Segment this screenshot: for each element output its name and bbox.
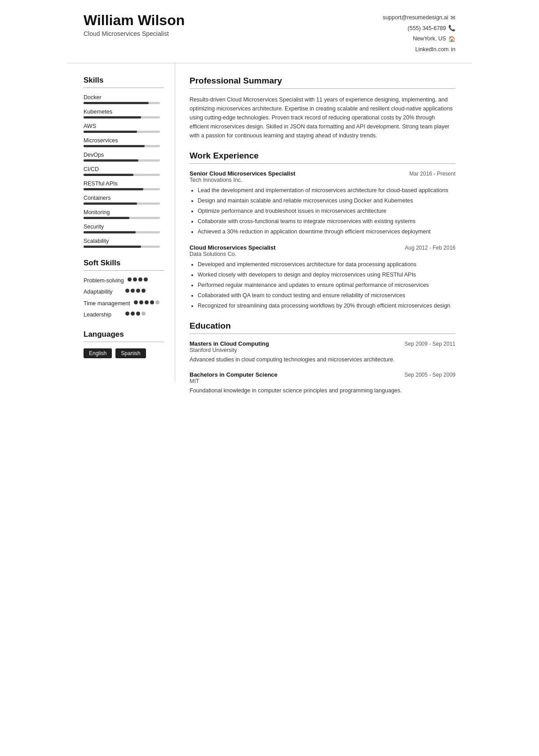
job-item: Cloud Microservices Specialist Aug 2012 … [190, 244, 455, 310]
skills-section-title: Skills [84, 76, 164, 85]
language-tag: English [84, 348, 112, 358]
contact-email: support@resumedesign.ai [383, 13, 448, 23]
education-section: Education Masters in Cloud Computing Sep… [190, 321, 455, 395]
edu-header: Bachelors in Computer Science Sep 2005 -… [190, 371, 455, 378]
dots [125, 312, 146, 316]
skill-name: Containers [84, 195, 164, 201]
skill-bar-bg [84, 174, 160, 176]
dot [155, 300, 159, 304]
skill-name: DevOps [84, 152, 164, 158]
skill-bar-fill [84, 159, 138, 162]
job-bullet: Recognized for streamlining data process… [198, 301, 455, 310]
skill-item: Security [84, 224, 164, 233]
education-item: Bachelors in Computer Science Sep 2005 -… [190, 371, 455, 395]
skill-bar-bg [84, 102, 160, 104]
skill-name: Kubernetes [84, 109, 164, 115]
dot [136, 289, 140, 293]
skill-bar-bg [84, 188, 160, 190]
languages-section-title: Languages [84, 330, 164, 339]
soft-skills-section-title: Soft Skills [84, 259, 164, 268]
email-icon: ✉ [451, 13, 455, 23]
dot [141, 312, 146, 316]
dot [131, 289, 135, 293]
skill-item: Docker [84, 94, 164, 104]
skill-name: Security [84, 224, 164, 230]
skill-bar-bg [84, 246, 160, 248]
skill-bar-fill [84, 145, 145, 147]
job-bullet: Worked closely with developers to design… [198, 270, 455, 279]
skill-bar-bg [84, 116, 160, 119]
skill-bar-fill [84, 202, 137, 205]
skill-name: CI/CD [84, 166, 164, 172]
soft-skills-divider [84, 270, 164, 271]
work-experience-section: Work Experience Senior Cloud Microservic… [190, 151, 455, 310]
skill-bar-bg [84, 159, 160, 162]
contact-location-line: NewYork, US 🏠 [383, 34, 455, 44]
skill-item: DevOps [84, 152, 164, 162]
skill-bar-fill [84, 231, 136, 233]
edu-description: Foundational knowledge in computer scien… [190, 386, 455, 395]
dot [139, 300, 143, 304]
skill-item: AWS [84, 123, 164, 133]
skill-bar-fill [84, 217, 129, 219]
skill-name: RESTful APIs [84, 180, 164, 187]
contact-linkedin-line: LinkedIn.com in [383, 44, 455, 54]
summary-text: Results-driven Cloud Microservices Speci… [190, 95, 455, 140]
edu-degree: Bachelors in Computer Science [190, 371, 278, 378]
job-title: Senior Cloud Microservices Specialist [190, 170, 296, 177]
skill-name: Docker [84, 94, 164, 101]
dot [134, 300, 138, 304]
edu-description: Advanced studies in cloud computing tech… [190, 355, 455, 364]
job-bullet: Performed regular maintenance and update… [198, 281, 455, 290]
dot [144, 277, 148, 281]
skill-item: Kubernetes [84, 109, 164, 119]
skill-name: Scalability [84, 238, 164, 244]
skill-name: Microservices [84, 137, 164, 144]
dot [145, 300, 149, 304]
job-header: Cloud Microservices Specialist Aug 2012 … [190, 244, 455, 251]
soft-skill-item: Adaptability [84, 288, 164, 296]
dots [128, 277, 148, 281]
summary-section: Professional Summary Results-driven Clou… [190, 76, 455, 140]
home-icon: 🏠 [448, 34, 455, 44]
skills-section: Skills Docker Kubernetes AWS Microservic… [84, 76, 164, 248]
skill-bar-bg [84, 131, 160, 133]
job-header: Senior Cloud Microservices Specialist Ma… [190, 170, 455, 177]
job-bullets: Developed and implemented microservices … [190, 260, 455, 310]
main-content: Professional Summary Results-driven Clou… [175, 63, 472, 418]
skill-bar-bg [84, 145, 160, 147]
contact-linkedin: LinkedIn.com [415, 44, 449, 55]
education-title: Education [190, 321, 455, 331]
edu-school: MIT [190, 378, 455, 384]
header-left: William Wilson Cloud Microservices Speci… [84, 13, 185, 37]
soft-skill-item: Time management [84, 300, 164, 308]
education-container: Masters in Cloud Computing Sep 2009 - Se… [190, 340, 455, 395]
jobs-container: Senior Cloud Microservices Specialist Ma… [190, 170, 455, 310]
contact-email-line: support@resumedesign.ai ✉ [383, 13, 455, 23]
skill-bar-bg [84, 231, 160, 233]
edu-dates: Sep 2009 - Sep 2011 [405, 341, 455, 347]
language-tag: Spanish [115, 348, 146, 358]
job-company: Data Solutions Co. [190, 251, 455, 257]
dot [131, 312, 135, 316]
job-bullet: Achieved a 30% reduction in application … [198, 227, 455, 236]
skill-bar-fill [84, 188, 143, 190]
skill-item: Scalability [84, 238, 164, 248]
candidate-name: William Wilson [84, 13, 185, 28]
phone-icon: 📞 [448, 23, 455, 33]
dot [128, 277, 132, 281]
edu-degree: Masters in Cloud Computing [190, 340, 269, 347]
skill-bar-bg [84, 217, 160, 219]
edu-dates: Sep 2005 - Sep 2009 [405, 372, 455, 378]
skill-bar-fill [84, 174, 133, 176]
contact-phone-line: (555) 345-6789 📞 [383, 23, 455, 33]
contact-location: NewYork, US [413, 34, 446, 44]
skill-item: Monitoring [84, 209, 164, 219]
sidebar: Skills Docker Kubernetes AWS Microservic… [67, 63, 175, 382]
candidate-title: Cloud Microservices Specialist [84, 30, 185, 37]
soft-skill-item: Leadership [84, 311, 164, 319]
edu-header: Masters in Cloud Computing Sep 2009 - Se… [190, 340, 455, 347]
work-experience-title: Work Experience [190, 151, 455, 161]
dots [125, 289, 146, 293]
education-item: Masters in Cloud Computing Sep 2009 - Se… [190, 340, 455, 364]
